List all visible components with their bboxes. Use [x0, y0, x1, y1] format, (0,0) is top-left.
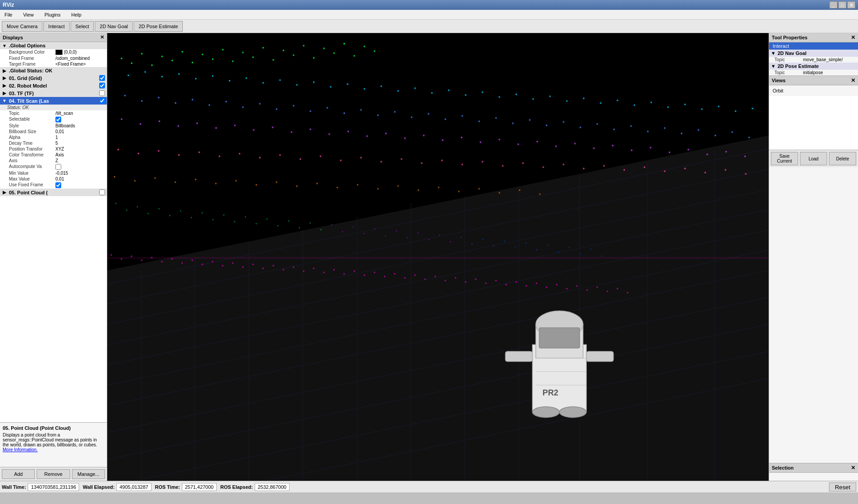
decay-time-value[interactable]: 5: [55, 141, 105, 146]
point-cloud-header[interactable]: ▶ 05. Point Cloud (: [0, 189, 107, 196]
svg-rect-205: [377, 188, 379, 189]
wall-time-section: Wall Time: 1340703581,231196: [2, 483, 79, 491]
pose-topic-value[interactable]: initialpose: [803, 70, 856, 75]
max-value-value[interactable]: 0,01: [55, 176, 105, 181]
svg-rect-74: [532, 98, 534, 100]
displays-tree[interactable]: ▼ .Global Options Background Color (0,0,…: [0, 42, 107, 422]
svg-rect-113: [546, 125, 547, 126]
tf-checkbox[interactable]: [99, 90, 105, 96]
more-information-link[interactable]: More Information.: [3, 447, 38, 452]
wall-time-value: 1340703581,231196: [28, 483, 79, 491]
svg-rect-207: [418, 189, 419, 191]
alpha-label: Alpha: [9, 135, 54, 140]
tilt-scan-expand[interactable]: ▼: [2, 98, 7, 104]
svg-rect-301: [516, 281, 517, 282]
robot-model-checkbox[interactable]: [99, 83, 105, 88]
2d-pose-estimate-section[interactable]: ▼ 2D Pose Estimate: [769, 63, 858, 70]
svg-rect-180: [522, 163, 524, 164]
global-status-expand[interactable]: ▶: [2, 68, 7, 73]
global-status-header[interactable]: ▶ .Global Status: OK: [0, 67, 107, 74]
svg-rect-251: [515, 248, 516, 248]
style-value[interactable]: Billboards: [55, 123, 105, 128]
alpha-value[interactable]: 1: [55, 135, 105, 140]
menu-file[interactable]: File: [2, 11, 15, 18]
nav-topic-value[interactable]: move_base_simple/: [803, 57, 856, 62]
svg-rect-182: [563, 164, 564, 165]
topic-value[interactable]: /tilt_scan: [55, 111, 105, 116]
tool-properties-title: Tool Properties: [772, 35, 808, 40]
svg-rect-37: [252, 56, 254, 58]
robot-model-expand[interactable]: ▶: [2, 83, 7, 88]
displays-close-icon[interactable]: ✕: [100, 34, 104, 40]
point-cloud-expand[interactable]: ▶: [2, 190, 7, 195]
position-transform-value[interactable]: XYZ: [55, 147, 105, 151]
select-button[interactable]: Select: [71, 21, 94, 32]
2d-nav-goal-button[interactable]: 2D Nav Goal: [95, 21, 133, 32]
interact-button[interactable]: Interact: [43, 21, 70, 32]
target-frame-label: Target Frame: [9, 62, 54, 67]
views-close[interactable]: ✕: [851, 77, 855, 84]
svg-rect-261: [111, 254, 112, 256]
maximize-button[interactable]: □: [838, 1, 846, 8]
svg-rect-197: [215, 183, 217, 184]
move-camera-button[interactable]: Move Camera: [2, 21, 42, 32]
tool-properties-close[interactable]: ✕: [851, 34, 855, 41]
axis-value[interactable]: Z: [55, 158, 105, 163]
point-cloud-checkbox[interactable]: [99, 189, 105, 195]
grid-expand[interactable]: ▶: [2, 76, 7, 81]
background-color-swatch[interactable]: [55, 50, 63, 55]
robot-model-header[interactable]: ▶ 02. Robot Model: [0, 82, 107, 89]
color-transformer-value[interactable]: Axis: [55, 152, 105, 157]
global-options-header[interactable]: ▼ .Global Options: [0, 42, 107, 49]
add-button[interactable]: Add: [2, 469, 35, 479]
window-controls[interactable]: _ □ ✕: [829, 1, 855, 8]
tool-properties-section: Tool Properties ✕ Interact ▼ 2D Nav Goal…: [769, 33, 858, 76]
orbit-view-item[interactable]: Orbit: [771, 87, 856, 94]
max-value-row: Max Value 0,01: [0, 176, 107, 182]
save-current-button[interactable]: Save Current: [771, 152, 798, 165]
use-fixed-frame-checkbox[interactable]: [55, 182, 61, 188]
selectable-checkbox[interactable]: [55, 117, 61, 122]
tf-header[interactable]: ▶ 03. TF (TF): [0, 89, 107, 97]
viz-container: PR2: [107, 33, 769, 481]
menu-view[interactable]: View: [21, 11, 37, 18]
tilt-scan-header[interactable]: ▼ 04. Tilt Scan (Las: [0, 97, 107, 105]
remove-button[interactable]: Remove: [37, 469, 70, 479]
grid-checkbox[interactable]: [99, 75, 105, 81]
grid-header[interactable]: ▶ 01. Grid (Grid): [0, 74, 107, 82]
viewport[interactable]: PR2: [107, 33, 769, 481]
delete-button[interactable]: Delete: [829, 152, 856, 165]
tf-expand[interactable]: ▶: [2, 91, 7, 96]
svg-rect-66: [397, 90, 399, 92]
autocompute-checkbox[interactable]: [55, 164, 61, 170]
background-color-value[interactable]: (0,0,0): [55, 50, 105, 55]
minimize-button[interactable]: _: [829, 1, 837, 8]
svg-rect-62: [330, 86, 331, 88]
autocompute-label: Autocompute Va: [9, 164, 54, 170]
svg-rect-43: [313, 57, 315, 59]
reset-button[interactable]: Reset: [829, 483, 856, 491]
target-frame-value[interactable]: <Fixed Frame>: [55, 62, 105, 67]
2d-pose-estimate-button[interactable]: 2D Pose Estimate: [134, 21, 183, 32]
global-options-expand[interactable]: ▼: [2, 43, 7, 48]
fixed-frame-value[interactable]: /odom_combined: [55, 56, 105, 61]
svg-rect-148: [536, 141, 538, 142]
svg-rect-305: [556, 284, 557, 285]
description-text: Displays a point cloud from a sensor_msg…: [3, 433, 104, 452]
interact-tool-item[interactable]: Interact: [769, 42, 858, 50]
load-button[interactable]: Load: [800, 152, 827, 165]
menu-plugins[interactable]: Plugins: [42, 11, 63, 18]
tilt-scan-checkbox[interactable]: [99, 98, 105, 104]
manage-button[interactable]: Manage...: [72, 469, 105, 479]
wall-elapsed-value: 4905,013287: [116, 483, 151, 491]
billboard-size-value[interactable]: 0,01: [55, 129, 105, 134]
svg-rect-71: [482, 92, 483, 93]
views-header: Views ✕: [769, 76, 858, 85]
menu-help[interactable]: Help: [68, 11, 84, 18]
min-value-value[interactable]: -0,015: [55, 171, 105, 176]
selection-close[interactable]: ✕: [851, 465, 855, 471]
2d-nav-goal-section[interactable]: ▼ 2D Nav Goal: [769, 50, 858, 57]
menubar: File View Plugins Help: [0, 10, 858, 20]
svg-rect-178: [482, 161, 483, 163]
close-button[interactable]: ✕: [847, 1, 855, 8]
